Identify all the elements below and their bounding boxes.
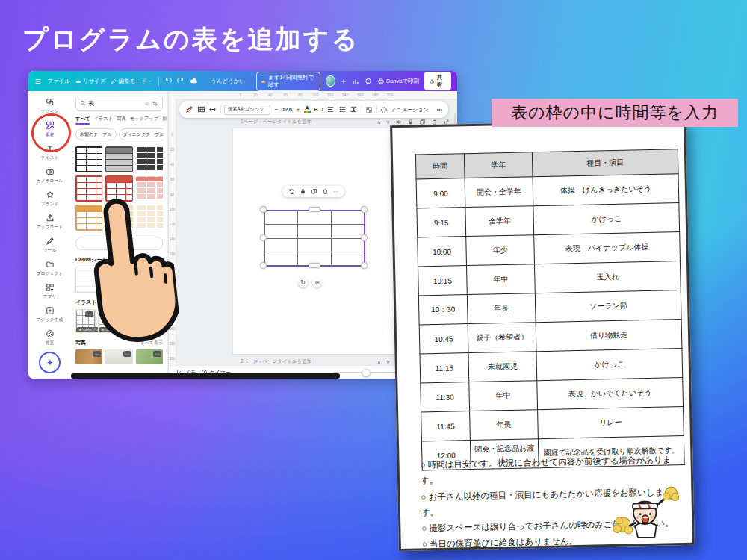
schedule-event: かけっこ [533,203,680,235]
move-up-icon[interactable]: ∧ [377,359,381,365]
table-quick-actions: ↻ ⊕ [298,278,322,287]
result-tab[interactable]: 写真 [117,116,126,124]
move-table-button[interactable]: ⊕ [312,278,322,287]
font-size-increase[interactable]: + [295,106,300,113]
brand-icon [46,190,55,199]
schedule-event: 表現 かいぞくたいそう [537,378,684,410]
sidebar-item-背景[interactable]: 背景 [28,326,71,349]
selection-handle[interactable] [260,206,267,213]
sparkle-icon [46,358,55,367]
rotate-table-button[interactable]: ↻ [298,278,308,287]
selection-handle[interactable] [361,206,368,213]
table-element-thumbnail[interactable] [75,146,102,172]
magic-icon [46,306,55,315]
selection-handle[interactable] [361,234,368,241]
filter-icon[interactable] [152,100,158,107]
cheerleader-illustration [609,483,683,538]
font-selector[interactable]: 筑紫A丸ゴシック [224,105,270,115]
background-icon [46,329,55,338]
spacing-button[interactable] [350,105,358,113]
animate-icon[interactable] [380,106,388,113]
font-size-value[interactable]: 12.6 [282,107,292,112]
element-mini-toolbar: ⋯ [282,186,344,197]
selection-handle[interactable] [309,263,320,268]
page1-title[interactable]: 1ページ - ページタイトルを追加 [241,119,311,125]
insights-icon[interactable] [352,78,359,85]
suggestion-chip[interactable]: ダイニングテーブル [119,128,163,140]
avatar[interactable] [326,75,335,87]
more-options-icon[interactable]: ⋯ [333,189,338,195]
schedule-header-cell: 時間 [415,154,465,179]
move-down-icon[interactable]: ∨ [386,359,390,365]
delete-icon[interactable] [322,188,329,195]
schedule-grade: 全学年 [465,206,534,237]
schedule-event: 玉入れ [535,261,681,293]
transparency-button[interactable] [365,106,373,113]
sidebar-item-アプリ[interactable]: アプリ [28,280,71,303]
italic-button[interactable]: I [321,106,323,113]
print-button[interactable]: Canvaで印刷 [377,78,419,85]
trial-button[interactable]: まず14日間無料で試す [256,72,320,91]
result-tab[interactable]: モックアップ [130,116,159,124]
schedule-grade: 年中 [466,264,535,295]
bold-button[interactable]: B [314,106,318,113]
sidebar-item-マジック生成[interactable]: マジック生成 [28,303,71,326]
sidebar-item-プロジェクト[interactable]: プロジェクト [28,257,71,280]
rotate-icon[interactable] [288,188,295,195]
schedule-event: リレー [538,407,684,439]
add-member-button[interactable] [341,78,347,84]
move-up-icon[interactable]: ∧ [377,119,381,125]
table-element-thumbnail[interactable] [105,146,132,172]
lock-icon[interactable] [300,188,306,195]
selection-handle[interactable] [361,262,368,269]
clear-search-icon[interactable]: ⊗ [144,100,149,107]
result-tab[interactable]: 動画 [162,116,168,124]
draw-icon[interactable] [185,105,193,113]
schedule-grade: 親子（希望者） [468,323,536,353]
result-tab[interactable]: すべて [75,116,90,124]
table-icon[interactable] [197,105,205,113]
suggestion-chip[interactable]: 木製のテーブル [75,128,117,140]
animate-button[interactable]: アニメーション [391,106,429,113]
pointing-hand-cursor [60,184,185,379]
file-menu[interactable]: ファイル [47,78,70,85]
resize-handles-icon[interactable] [208,105,217,113]
font-size-decrease[interactable]: − [274,106,279,113]
table-element-thumbnail[interactable] [136,146,163,171]
page-title: プログラムの表を追加する [22,22,359,57]
schedule-header-cell: 学年 [464,152,533,178]
divider [158,77,159,86]
schedule-time: 11:45 [421,411,471,441]
redo-button[interactable] [177,78,185,85]
selection-handle[interactable] [260,262,267,269]
list-button[interactable] [338,105,347,113]
comment-icon[interactable] [365,78,372,85]
zoom-slider[interactable] [334,372,397,373]
page2-title[interactable]: 2ページ - ページタイトルを追加 [241,358,311,365]
schedule-time: 9:00 [416,178,465,208]
sidebar-item-カメラロール[interactable]: カメラロール [28,164,71,187]
canva-assistant-button[interactable] [39,352,61,373]
schedule-time: 10:15 [418,266,468,296]
align-button[interactable] [326,105,335,113]
edit-mode-dropdown[interactable]: 編集モード [111,78,153,85]
hide-page-icon[interactable] [395,119,402,125]
selection-handle[interactable] [260,234,267,241]
search-input[interactable]: 表 ⊗ [75,96,163,111]
zoom-slider-knob[interactable] [362,368,370,376]
resize-button[interactable]: リサイズ [75,78,106,85]
schedule-grade: 年中 [469,381,538,411]
more-toolbar-options[interactable]: ••• [437,107,442,112]
undo-button[interactable] [164,78,172,85]
duplicate-icon[interactable] [311,188,317,195]
selection-handle[interactable] [309,207,320,212]
project-title[interactable]: うんどうかい [211,78,245,85]
menu-button[interactable] [34,78,42,85]
projects-icon [46,260,55,269]
move-down-icon[interactable]: ∨ [386,119,390,125]
result-tab[interactable]: イラスト [93,116,113,124]
inserted-table[interactable] [264,211,365,266]
schedule-grade: 未就園児 [468,352,537,382]
share-button[interactable]: 共有 [424,72,451,90]
text-color-button[interactable]: A [304,105,311,113]
